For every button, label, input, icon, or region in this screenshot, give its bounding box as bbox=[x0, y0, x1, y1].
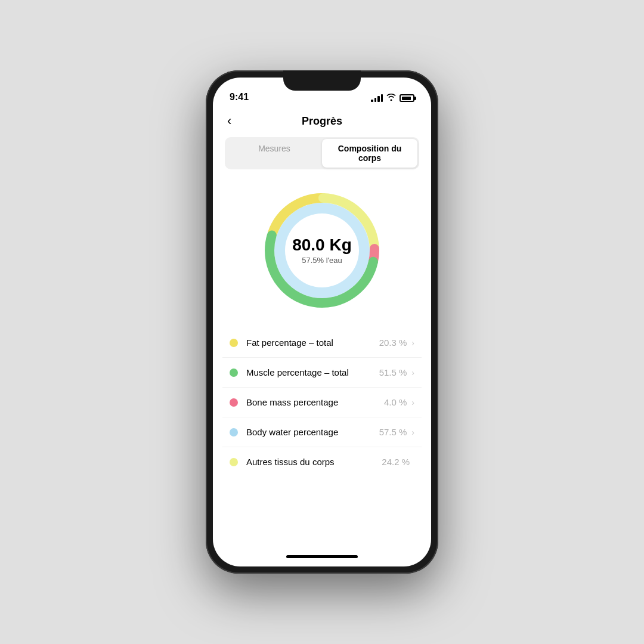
water-label: Body water percentage bbox=[246, 427, 379, 437]
muscle-dot bbox=[230, 369, 238, 377]
other-value: 24.2 % bbox=[382, 457, 410, 467]
donut-chart: 80.0 Kg 57.5% l'eau bbox=[256, 185, 388, 316]
fat-value: 20.3 % bbox=[379, 338, 407, 348]
muscle-chevron-icon: › bbox=[411, 368, 414, 377]
battery-icon bbox=[400, 94, 414, 102]
water-value: 57.5 % bbox=[379, 427, 407, 437]
tab-composition[interactable]: Composition du corps bbox=[322, 139, 417, 168]
tab-mesures[interactable]: Mesures bbox=[227, 139, 322, 168]
chart-area: 80.0 Kg 57.5% l'eau bbox=[213, 179, 431, 328]
metric-fat[interactable]: Fat percentage – total 20.3 % › bbox=[222, 328, 422, 358]
bone-label: Bone mass percentage bbox=[246, 397, 384, 407]
metric-muscle[interactable]: Muscle percentage – total 51.5 % › bbox=[222, 358, 422, 388]
fat-chevron-icon: › bbox=[411, 338, 414, 348]
notch bbox=[283, 70, 361, 91]
fat-dot bbox=[230, 339, 238, 347]
header: ‹ Progrès bbox=[213, 107, 431, 137]
muscle-value: 51.5 % bbox=[379, 367, 407, 377]
back-button[interactable]: ‹ bbox=[225, 112, 234, 130]
water-subtitle: 57.5% l'eau bbox=[292, 256, 352, 265]
bone-dot bbox=[230, 398, 238, 407]
status-icons bbox=[371, 94, 414, 103]
home-bar bbox=[286, 555, 358, 558]
page-title: Progrès bbox=[302, 115, 342, 128]
bone-value: 4.0 % bbox=[384, 397, 407, 407]
other-dot bbox=[230, 458, 238, 466]
metrics-list: Fat percentage – total 20.3 % › Muscle p… bbox=[213, 328, 431, 546]
tab-switcher: Mesures Composition du corps bbox=[225, 137, 419, 169]
bone-chevron-icon: › bbox=[411, 398, 414, 407]
fat-label: Fat percentage – total bbox=[246, 338, 379, 348]
donut-center: 80.0 Kg 57.5% l'eau bbox=[292, 236, 352, 265]
app-content: ‹ Progrès Mesures Composition du corps bbox=[213, 107, 431, 566]
weight-value: 80.0 Kg bbox=[292, 236, 352, 255]
metric-bone[interactable]: Bone mass percentage 4.0 % › bbox=[222, 388, 422, 417]
metric-other: Autres tissus du corps 24.2 % bbox=[222, 447, 422, 476]
wifi-icon bbox=[386, 94, 396, 103]
water-chevron-icon: › bbox=[411, 428, 414, 437]
other-label: Autres tissus du corps bbox=[246, 457, 382, 467]
phone-frame: 9:41 bbox=[206, 70, 438, 574]
muscle-label: Muscle percentage – total bbox=[246, 367, 379, 377]
home-indicator bbox=[213, 546, 431, 566]
signal-icon bbox=[371, 94, 383, 102]
status-time: 9:41 bbox=[230, 92, 249, 103]
metric-water[interactable]: Body water percentage 57.5 % › bbox=[222, 417, 422, 447]
phone-screen: 9:41 bbox=[213, 78, 431, 566]
water-dot bbox=[230, 428, 238, 436]
